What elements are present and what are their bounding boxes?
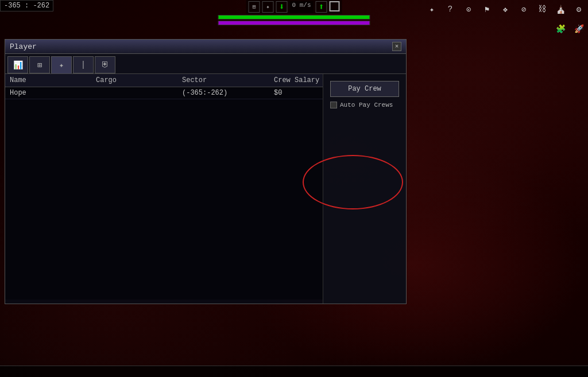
hud-right-row2: 🧩 🚀 [551, 20, 588, 38]
table-area: Name Cargo Sector Crew Salary Hope (-365… [5, 74, 406, 304]
hud-center: ⊞ ✦ ⬇ 0 m/s ⬆ [218, 0, 370, 25]
tab-grid-icon: ⊞ [37, 60, 42, 70]
col-sector: Sector [182, 76, 274, 84]
auto-pay-checkbox[interactable] [330, 102, 337, 108]
pay-crew-button[interactable]: Pay Crew [330, 81, 399, 97]
coords-display: -365 : -262 [4, 2, 49, 10]
upload-icon: ⬆ [319, 1, 324, 13]
table-body: Hope (-365:-262) $0 [5, 87, 323, 300]
tab-grid[interactable]: ⊞ [29, 56, 50, 73]
hud-icon-upload[interactable]: ⬆ [316, 1, 327, 13]
player-window: Player × 📊 ⊞ ✦ | ⛨ Name Cargo Sector Cr [5, 39, 407, 304]
right-panel: Pay Crew Auto Pay Crews [323, 74, 406, 304]
tab-log[interactable]: | [73, 56, 94, 73]
speed-display: 0 m/s [289, 1, 313, 13]
hud-r-icon-1[interactable]: ✦ [424, 1, 440, 17]
hud-r-icon-puzzle[interactable]: 🧩 [552, 21, 568, 37]
tab-stats-icon: 📊 [13, 60, 23, 70]
hud-icons-row: ⊞ ✦ ⬇ 0 m/s ⬆ [246, 0, 342, 14]
cell-name: Hope [10, 89, 96, 97]
cell-salary: $0 [274, 89, 323, 97]
window-titlebar: Player × [5, 40, 406, 54]
hud-r-icon-gear[interactable]: ⚙ [571, 1, 587, 17]
hud-r-icon-map[interactable]: ⊙ [461, 1, 477, 17]
tab-crew[interactable]: ✦ [51, 56, 72, 73]
hud-r-icon-link[interactable]: ⛓ [534, 1, 550, 17]
hud-r-icon-nav[interactable]: ❖ [497, 1, 513, 17]
cell-cargo [96, 89, 182, 97]
window-title: Player [10, 42, 37, 51]
table-header: Name Cargo Sector Crew Salary [5, 74, 323, 87]
tab-log-icon: | [81, 60, 86, 69]
hud-icon-2[interactable]: ✦ [262, 1, 273, 13]
auto-pay-row: Auto Pay Crews [330, 102, 399, 108]
cell-sector: (-365:-262) [182, 89, 274, 97]
download-icon: ⬇ [279, 1, 285, 13]
tab-shield[interactable]: ⛨ [95, 56, 115, 73]
hud-target-square[interactable] [330, 1, 340, 11]
hud-icon-download[interactable]: ⬇ [276, 1, 287, 13]
tab-bar: 📊 ⊞ ✦ | ⛨ [5, 54, 406, 74]
health-bar-fill [219, 15, 370, 19]
hud-r-icon-help[interactable]: ? [442, 1, 458, 17]
auto-pay-label: Auto Pay Crews [340, 102, 393, 108]
col-cargo: Cargo [96, 76, 182, 84]
table-left: Name Cargo Sector Crew Salary Hope (-365… [5, 74, 323, 304]
top-hud: -365 : -262 ⊞ ✦ ⬇ 0 m/s ⬆ [0, 0, 588, 32]
tab-crew-icon: ✦ [59, 60, 64, 70]
hud-r-icon-block[interactable]: ⊘ [516, 1, 532, 17]
hud-right: ✦ ? ⊙ ⚑ ❖ ⊘ ⛓ ⛪ ⚙ 🧩 🚀 [423, 0, 588, 38]
tab-stats[interactable]: 📊 [7, 56, 28, 73]
bottom-bar [0, 366, 588, 377]
tab-shield-icon: ⛨ [101, 60, 109, 69]
shield-bar-fill [219, 21, 370, 25]
hud-icon-1[interactable]: ⊞ [248, 1, 260, 13]
table-row[interactable]: Hope (-365:-262) $0 [5, 87, 323, 99]
window-close-button[interactable]: × [392, 42, 401, 51]
hud-coords: -365 : -262 [0, 0, 53, 11]
health-bar [218, 15, 370, 20]
shield-bar [218, 21, 370, 25]
hud-right-row1: ✦ ? ⊙ ⚑ ❖ ⊘ ⛓ ⛪ ⚙ [423, 0, 588, 18]
hud-r-icon-ship[interactable]: 🚀 [571, 21, 587, 37]
col-salary: Crew Salary [274, 76, 323, 84]
col-name: Name [10, 76, 96, 84]
hud-r-icon-flag[interactable]: ⚑ [479, 1, 495, 17]
health-bars [218, 15, 370, 25]
hud-r-icon-building[interactable]: ⛪ [552, 1, 568, 17]
